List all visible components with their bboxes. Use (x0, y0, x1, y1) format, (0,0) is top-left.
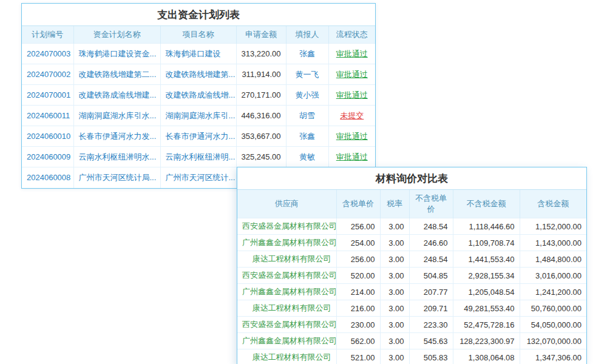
fund-plan-name-link[interactable]: 长春市伊通河水力发... (73, 126, 160, 147)
plan-id-link[interactable]: 2024060008 (22, 167, 73, 188)
col-reporter: 填报人 (286, 26, 328, 44)
supplier-link[interactable]: 西安盛器金属材料有限公司 (237, 218, 336, 235)
col-price-with-tax: 含税单价 (336, 190, 380, 218)
price-without-tax-value: 545.63 (409, 333, 453, 349)
tax-rate-value: 3.00 (380, 235, 409, 251)
status-badge[interactable]: 审批通过 (328, 85, 375, 106)
material-inquiry-title: 材料询价对比表 (237, 167, 586, 190)
apply-amount-value: 311,914.00 (236, 64, 286, 85)
supplier-link[interactable]: 康达工程材料有限公司 (237, 300, 336, 317)
col-price-without-tax: 不含税单价 (409, 190, 453, 218)
fund-plan-name-link[interactable]: 广州市天河区统计局... (73, 167, 160, 188)
supplier-link[interactable]: 西安盛器金属材料有限公司 (237, 268, 336, 284)
price-without-tax-value: 207.77 (409, 284, 453, 300)
table-row: 广州鑫鑫金属材料有限公司 562.00 3.00 545.63 128,223,… (237, 333, 586, 349)
tax-rate-value: 3.00 (380, 349, 409, 364)
fund-plan-name-link[interactable]: 湖南洞庭湖水库引水... (73, 106, 160, 126)
table-row: 西安盛器金属材料有限公司 256.00 3.00 248.54 1,118,44… (237, 218, 586, 235)
table-row: 康达工程材料有限公司 521.00 3.00 505.83 1,308,064.… (237, 349, 586, 364)
apply-amount-value: 325,245.00 (236, 147, 286, 167)
project-name-link[interactable]: 湖南洞庭湖水库引... (160, 106, 236, 126)
amount-with-tax-value: 54,050,000.00 (520, 317, 586, 333)
expense-plan-panel: 支出资金计划列表 计划编号 资金计划名称 项目名称 申请金额 填报人 流程状态 … (21, 3, 376, 189)
fund-plan-name-link[interactable]: 珠海鹤港口建设资金... (73, 44, 160, 64)
plan-id-link[interactable]: 2024070003 (22, 44, 73, 64)
supplier-link[interactable]: 广州鑫鑫金属材料有限公司 (237, 333, 336, 349)
price-with-tax-value: 520.00 (336, 268, 380, 284)
project-name-link[interactable]: 珠海鹤港口建设 (160, 44, 236, 64)
status-badge[interactable]: 审批通过 (328, 44, 375, 64)
reporter-link[interactable]: 张鑫 (286, 126, 328, 147)
table-row: 西安盛器金属材料有限公司 230.00 3.00 223.30 52,475,7… (237, 317, 586, 333)
reporter-link[interactable]: 张鑫 (286, 44, 328, 64)
tax-rate-value: 3.00 (380, 268, 409, 284)
col-plan-id: 计划编号 (22, 26, 73, 44)
price-without-tax-value: 505.83 (409, 349, 453, 364)
status-badge[interactable]: 审批通过 (328, 64, 375, 85)
col-process-status: 流程状态 (328, 26, 375, 44)
supplier-link[interactable]: 康达工程材料有限公司 (237, 349, 336, 364)
fund-plan-name-link[interactable]: 云南水利枢纽潜明水... (73, 147, 160, 167)
amount-without-tax-value: 2,928,155.34 (453, 268, 520, 284)
table-row: 2024060009 云南水利枢纽潜明水... 云南水利枢纽潜明... 325,… (22, 147, 375, 167)
table-header-row: 计划编号 资金计划名称 项目名称 申请金额 填报人 流程状态 (22, 26, 375, 44)
amount-with-tax-value: 1,484,800.00 (520, 251, 586, 268)
table-row: 西安盛器金属材料有限公司 520.00 3.00 504.85 2,928,15… (237, 268, 586, 284)
table-row: 2024070003 珠海鹤港口建设资金... 珠海鹤港口建设 313,220.… (22, 44, 375, 64)
project-name-link[interactable]: 长春市伊通河水力... (160, 126, 236, 147)
amount-without-tax-value: 1,308,064.08 (453, 349, 520, 364)
amount-without-tax-value: 1,205,048.54 (453, 284, 520, 300)
status-badge[interactable]: 未提交 (328, 106, 375, 126)
price-with-tax-value: 521.00 (336, 349, 380, 364)
plan-id-link[interactable]: 2024060010 (22, 126, 73, 147)
supplier-link[interactable]: 康达工程材料有限公司 (237, 251, 336, 268)
price-with-tax-value: 230.00 (336, 317, 380, 333)
table-row: 2024070002 改建铁路线增建第二... 改建铁路线增建第... 311,… (22, 64, 375, 85)
status-badge[interactable]: 审批通过 (328, 147, 375, 167)
price-without-tax-value: 504.85 (409, 268, 453, 284)
status-badge[interactable]: 审批通过 (328, 126, 375, 147)
tax-rate-value: 3.00 (380, 251, 409, 268)
reporter-link[interactable]: 黄敏 (286, 147, 328, 167)
table-row: 2024060011 湖南洞庭湖水库引水... 湖南洞庭湖水库引... 446,… (22, 106, 375, 126)
col-amount-without-tax: 不含税金额 (453, 190, 520, 218)
project-name-link[interactable]: 云南水利枢纽潜明... (160, 147, 236, 167)
amount-with-tax-value: 1,347,306.00 (520, 349, 586, 364)
plan-id-link[interactable]: 2024070002 (22, 64, 73, 85)
expense-plan-table: 计划编号 资金计划名称 项目名称 申请金额 填报人 流程状态 202407000… (22, 26, 375, 188)
amount-with-tax-value: 1,143,000.00 (520, 235, 586, 251)
supplier-link[interactable]: 广州鑫鑫金属材料有限公司 (237, 284, 336, 300)
fund-plan-name-link[interactable]: 改建铁路成渝线增建... (73, 85, 160, 106)
price-without-tax-value: 223.30 (409, 317, 453, 333)
price-with-tax-value: 216.00 (336, 300, 380, 317)
supplier-link[interactable]: 广州鑫鑫金属材料有限公司 (237, 235, 336, 251)
apply-amount-value: 446,316.00 (236, 106, 286, 126)
table-row: 2024060010 长春市伊通河水力发... 长春市伊通河水力... 353,… (22, 126, 375, 147)
reporter-link[interactable]: 胡雪 (286, 106, 328, 126)
plan-id-link[interactable]: 2024060011 (22, 106, 73, 126)
table-row: 2024070001 改建铁路成渝线增建... 改建铁路成渝线增... 270,… (22, 85, 375, 106)
amount-without-tax-value: 49,281,553.40 (453, 300, 520, 317)
reporter-link[interactable]: 黄小强 (286, 85, 328, 106)
amount-with-tax-value: 3,016,000.00 (520, 268, 586, 284)
col-project-name: 项目名称 (160, 26, 236, 44)
col-tax-rate: 税率 (380, 190, 409, 218)
project-name-link[interactable]: 改建铁路成渝线增... (160, 85, 236, 106)
col-apply-amount: 申请金额 (236, 26, 286, 44)
plan-id-link[interactable]: 2024070001 (22, 85, 73, 106)
table-row: 康达工程材料有限公司 256.00 3.00 248.54 1,441,553.… (237, 251, 586, 268)
amount-with-tax-value: 1,241,200.00 (520, 284, 586, 300)
col-supplier: 供应商 (237, 190, 336, 218)
project-name-link[interactable]: 改建铁路线增建第... (160, 64, 236, 85)
amount-with-tax-value: 1,152,000.00 (520, 218, 586, 235)
project-name-link[interactable]: 广州市天河区统计... (160, 167, 236, 188)
expense-plan-title: 支出资金计划列表 (22, 4, 375, 26)
table-row: 广州鑫鑫金属材料有限公司 214.00 3.00 207.77 1,205,04… (237, 284, 586, 300)
table-row: 康达工程材料有限公司 216.00 3.00 209.71 49,281,553… (237, 300, 586, 317)
price-without-tax-value: 248.54 (409, 251, 453, 268)
fund-plan-name-link[interactable]: 改建铁路线增建第二... (73, 64, 160, 85)
price-without-tax-value: 248.54 (409, 218, 453, 235)
reporter-link[interactable]: 黄一飞 (286, 64, 328, 85)
supplier-link[interactable]: 西安盛器金属材料有限公司 (237, 317, 336, 333)
plan-id-link[interactable]: 2024060009 (22, 147, 73, 167)
